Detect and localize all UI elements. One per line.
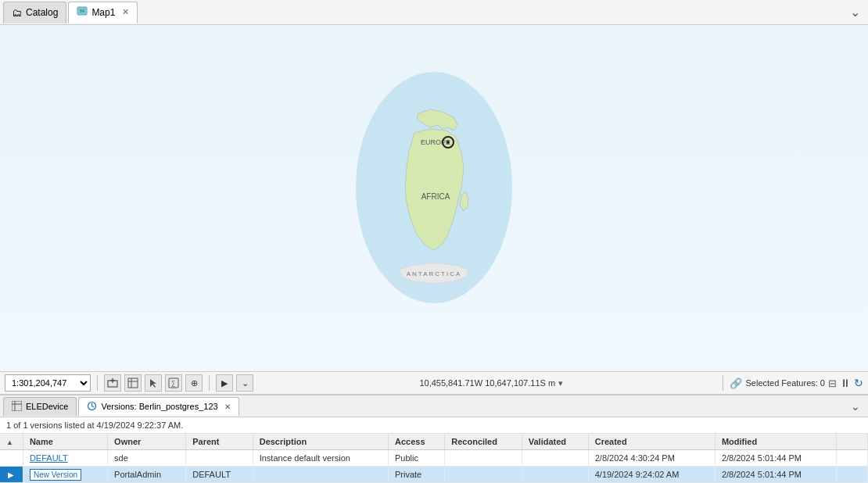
tab-map1-close[interactable]: ✕ [122,7,129,17]
svg-rect-17 [12,401,22,411]
toolbar-strip: 1:301,204,747 1:301,204,747 ∑ ⊕ ▶ ⌄ 10,4… [0,371,868,395]
map-canvas: EUROPE AFRICA ANTARCTICA [0,25,868,371]
catalog-icon: 🗂 [12,7,22,19]
extent-button[interactable]: ⊟ [828,377,837,389]
svg-text:AFRICA: AFRICA [421,191,450,200]
row-reconciled [445,467,522,483]
globe-visualization: EUROPE AFRICA ANTARCTICA [332,66,536,310]
row-modified: 2/8/2024 5:01:44 PM [715,450,836,467]
selected-features-label: Selected Features: 0 [745,378,825,388]
versions-table: ▲ Name Owner Parent Description Access R… [0,434,868,483]
main-tab-bar: 🗂 Catalog Map1 ✕ ⌄ [0,0,868,25]
coordinates-text: 10,455,841.71W 10,647,107.11S m [419,378,555,388]
col-created[interactable]: Created [588,434,715,450]
row-validated [522,450,588,467]
pin-button[interactable]: ⊕ [185,374,203,392]
row-reconciled [445,450,522,467]
table-row[interactable]: DEFAULT sde Instance default version Pub… [0,450,868,467]
versions-icon [87,401,97,413]
map-area[interactable]: EUROPE AFRICA ANTARCTICA [0,25,868,371]
coords-unit-dropdown[interactable]: ▾ [558,378,563,388]
col-extra [837,434,868,450]
col-name[interactable]: Name [23,434,107,450]
tab-bar-menu[interactable]: ⌄ [845,5,865,20]
svg-text:ANTARCTICA: ANTARCTICA [407,270,462,277]
pause-button[interactable]: ⏸ [840,377,851,389]
panel-tab-versions[interactable]: Versions: Berlin_postgres_123 ✕ [78,397,239,416]
row-access: Private [388,467,444,483]
row-extra [837,467,868,483]
col-reconciled[interactable]: Reconciled [445,434,522,450]
panel-tab-ele-device[interactable]: ELEDevice [3,397,77,416]
bottom-panel: ELEDevice Versions: Berlin_postgres_123 … [0,395,868,483]
table-icon [12,401,22,413]
table-header-row: ▲ Name Owner Parent Description Access R… [0,434,868,450]
more-button[interactable]: ▶ [216,374,233,392]
right-toolbar: 🔗 Selected Features: 0 ⊟ ⏸ ↻ [719,375,863,391]
select-button[interactable] [145,374,162,392]
row-created: 4/19/2024 9:24:02 AM [588,467,715,483]
toolbar-separator-1 [97,375,98,391]
refresh-button[interactable]: ↻ [854,377,863,389]
snap-icon: 🔗 [730,377,742,389]
tab-map1-label: Map1 [91,7,115,18]
sort-icon: ▲ [6,438,13,446]
new-version-badge[interactable]: New Version [30,469,81,481]
col-description[interactable]: Description [253,434,388,450]
row-description [253,467,388,483]
col-owner[interactable]: Owner [108,434,186,450]
chevron-button[interactable]: ⌄ [236,374,253,392]
col-validated[interactable]: Validated [522,434,588,450]
row-created: 2/8/2024 4:30:24 PM [588,450,715,467]
field-calc-button[interactable]: ∑ [165,374,182,392]
coordinates-display: 10,455,841.71W 10,647,107.11S m ▾ [266,378,716,388]
row-access: Public [388,450,444,467]
map-icon [77,5,88,19]
toolbar-separator-2 [209,375,210,391]
panel-tab-versions-label: Versions: Berlin_postgres_123 [101,402,217,411]
col-parent[interactable]: Parent [186,434,253,450]
table-row[interactable]: ▶ New Version PortalAdmin DEFAULT Privat… [0,467,868,483]
row-extra [837,450,868,467]
col-modified[interactable]: Modified [715,434,836,450]
panel-status: 1 of 1 versions listed at 4/19/2024 9:22… [0,417,868,434]
panel-tab-bar-menu[interactable]: ⌄ [846,400,865,413]
row-validated [522,467,588,483]
row-name[interactable]: DEFAULT [23,450,107,467]
svg-rect-11 [128,378,138,388]
tab-catalog[interactable]: 🗂 Catalog [3,2,66,23]
row-parent [186,450,253,467]
table-button[interactable] [124,374,142,392]
panel-status-text: 1 of 1 versions listed at 4/19/2024 9:22… [6,420,183,430]
versions-table-container: ▲ Name Owner Parent Description Access R… [0,434,868,483]
row-selected-indicator: ▶ [0,467,23,483]
row-modified: 2/8/2024 5:01:44 PM [715,467,836,483]
svg-text:∑: ∑ [171,380,176,387]
svg-marker-14 [150,379,156,388]
row-parent: DEFAULT [186,467,253,483]
toolbar-separator-3 [723,375,723,391]
tab-catalog-label: Catalog [26,7,58,18]
row-owner: PortalAdmin [108,467,186,483]
svg-text:EUROPE: EUROPE [421,138,450,145]
svg-point-7 [447,140,450,143]
col-access[interactable]: Access [388,434,444,450]
add-layer-button[interactable] [104,374,121,392]
default-version-link[interactable]: DEFAULT [30,453,68,463]
row-indicator [0,450,23,467]
row-name[interactable]: New Version [23,467,107,483]
row-owner: sde [108,450,186,467]
panel-tab-ele-device-label: ELEDevice [26,402,68,411]
panel-tab-versions-close[interactable]: ✕ [224,402,231,411]
col-sort-indicator: ▲ [0,434,23,450]
row-description: Instance default version [253,450,388,467]
panel-tab-bar: ELEDevice Versions: Berlin_postgres_123 … [0,395,868,417]
scale-selector[interactable]: 1:301,204,747 [5,374,91,392]
tab-map1[interactable]: Map1 ✕ [68,2,138,23]
